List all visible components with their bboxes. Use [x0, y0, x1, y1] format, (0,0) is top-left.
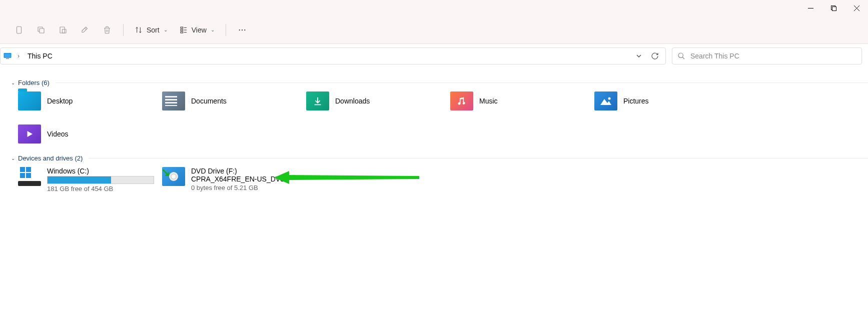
address-bar[interactable]: › This PC — [0, 48, 666, 64]
svg-marker-25 — [28, 131, 33, 137]
cut-icon[interactable] — [9, 20, 29, 40]
svg-point-16 — [242, 29, 243, 30]
folder-videos[interactable]: Videos — [18, 124, 162, 144]
svg-line-22 — [682, 57, 684, 59]
search-input[interactable] — [690, 52, 856, 60]
sort-label: Sort — [147, 26, 160, 34]
svg-point-21 — [678, 53, 683, 58]
svg-rect-10 — [181, 29, 183, 30]
refresh-icon[interactable] — [647, 48, 662, 64]
svg-point-17 — [244, 29, 245, 30]
delete-icon[interactable] — [97, 20, 117, 40]
maximize-button[interactable] — [822, 0, 845, 16]
folder-label: Music — [479, 97, 498, 105]
content-area: ⌄ Folders (6) Desktop Documents Download… — [0, 68, 868, 192]
documents-folder-icon — [162, 92, 185, 110]
titlebar — [0, 0, 868, 16]
videos-folder-icon — [18, 124, 41, 144]
toolbar-separator — [226, 24, 226, 36]
drive-info: Windows (C:) 181 GB free of 454 GB — [47, 167, 162, 192]
breadcrumb-location[interactable]: This PC — [25, 52, 56, 60]
chevron-down-icon: ⌄ — [164, 27, 168, 32]
folder-label: Videos — [47, 130, 69, 138]
folder-pictures[interactable]: Pictures — [594, 92, 738, 110]
drives-group-header[interactable]: ⌄ Devices and drives (2) — [11, 154, 868, 162]
folder-label: Pictures — [623, 97, 649, 105]
windows-drive-icon — [18, 167, 41, 186]
drive-name: DVD Drive (F:) — [191, 167, 306, 175]
sort-menu[interactable]: Sort ⌄ — [130, 20, 173, 40]
drive-c[interactable]: Windows (C:) 181 GB free of 454 GB — [18, 167, 162, 192]
folders-grid: Desktop Documents Downloads Music Pictur… — [9, 92, 868, 144]
drive-capacity-bar — [47, 176, 154, 184]
folder-documents[interactable]: Documents — [162, 92, 306, 110]
rename-icon[interactable] — [75, 20, 95, 40]
window-controls — [799, 0, 868, 16]
svg-marker-23 — [600, 99, 611, 105]
group-separator — [56, 82, 868, 83]
search-icon — [677, 52, 685, 60]
view-menu[interactable]: View ⌄ — [175, 20, 220, 40]
svg-rect-20 — [6, 58, 9, 60]
copy-icon[interactable] — [31, 20, 51, 40]
dvd-drive-icon: ↘ — [162, 167, 185, 186]
breadcrumb-chevron-icon[interactable]: › — [14, 51, 24, 61]
svg-point-15 — [239, 29, 240, 30]
folder-downloads[interactable]: Downloads — [306, 92, 450, 110]
address-row: › This PC — [0, 44, 868, 68]
drives-grid: Windows (C:) 181 GB free of 454 GB ↘ DVD… — [9, 167, 868, 192]
svg-rect-5 — [17, 26, 22, 34]
drive-volume-label: CPRA_X64FRE_EN-US_DV5 — [191, 175, 306, 183]
view-label: View — [192, 26, 207, 34]
folder-music[interactable]: Music — [450, 92, 594, 110]
drive-dvd[interactable]: ↘ DVD Drive (F:) CPRA_X64FRE_EN-US_DV5 0… — [162, 167, 306, 192]
svg-rect-19 — [5, 54, 11, 58]
history-dropdown-icon[interactable] — [631, 48, 646, 64]
drive-name: Windows (C:) — [47, 167, 162, 175]
toolbar: Sort ⌄ View ⌄ — [0, 16, 868, 44]
drive-capacity-fill — [48, 176, 111, 184]
folder-label: Desktop — [47, 97, 73, 105]
drive-free-text: 0 bytes free of 5.21 GB — [191, 184, 306, 192]
drive-free-text: 181 GB free of 454 GB — [47, 185, 162, 192]
svg-rect-2 — [832, 6, 836, 10]
minimize-button[interactable] — [799, 0, 822, 16]
close-button[interactable] — [845, 0, 868, 16]
search-bar[interactable] — [672, 48, 862, 64]
svg-rect-11 — [181, 32, 183, 33]
folders-group-label: Folders (6) — [18, 79, 50, 86]
chevron-down-icon: ⌄ — [11, 156, 15, 161]
folder-desktop[interactable]: Desktop — [18, 92, 162, 110]
pictures-folder-icon — [594, 92, 617, 110]
music-folder-icon — [450, 92, 473, 110]
group-separator — [89, 158, 868, 158]
svg-rect-8 — [63, 29, 67, 33]
chevron-down-icon: ⌄ — [211, 27, 215, 32]
paste-icon[interactable] — [53, 20, 73, 40]
media-inserted-icon: ↘ — [161, 166, 170, 179]
svg-point-24 — [608, 98, 611, 100]
this-pc-icon — [3, 51, 13, 61]
folders-group-header[interactable]: ⌄ Folders (6) — [11, 79, 868, 86]
svg-rect-6 — [40, 28, 44, 33]
svg-rect-9 — [181, 27, 183, 28]
folder-label: Downloads — [335, 97, 370, 105]
toolbar-separator — [123, 24, 124, 36]
desktop-folder-icon — [18, 92, 41, 110]
downloads-folder-icon — [306, 92, 329, 110]
drives-group-label: Devices and drives (2) — [18, 154, 83, 162]
chevron-down-icon: ⌄ — [11, 80, 15, 86]
drive-info: DVD Drive (F:) CPRA_X64FRE_EN-US_DV5 0 b… — [191, 167, 306, 192]
more-icon[interactable] — [232, 20, 252, 40]
folder-label: Documents — [191, 97, 227, 105]
